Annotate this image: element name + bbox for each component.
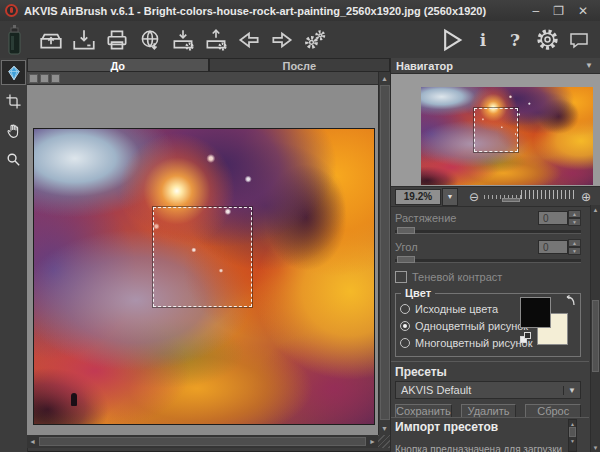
photo-before-view[interactable] [33,128,375,425]
maximize-button[interactable]: ❐ [553,4,564,18]
preferences-button[interactable] [532,25,562,55]
image-canvas[interactable] [27,85,378,435]
hints-scroll-thumb[interactable] [569,427,576,437]
undo-button[interactable] [234,25,264,55]
hints-scrollbar[interactable]: ▲ ▼ [568,419,577,452]
stretch-label: Растяжение [395,212,456,224]
title-bar[interactable]: AKVIS AirBrush v.6.1 - Bright-colors-hou… [0,0,600,22]
navigator-collapse-icon[interactable]: ▼ [585,61,600,70]
stretch-value-field[interactable]: 0 [538,211,568,225]
zoom-slider-thumb[interactable] [502,198,520,202]
silhouette-figure [71,393,77,406]
angle-label: Угол [395,241,418,253]
color-group: Цвет Исходные цвета Одноцветный рисунок … [395,293,581,357]
zoom-value-field[interactable]: 19.2% [395,189,441,205]
scroll-right-arrow[interactable]: ► [367,436,378,447]
help-button[interactable]: ? [500,25,530,55]
zoom-dropdown-arrow[interactable]: ▼ [442,188,458,206]
scroll-left-arrow[interactable]: ◄ [27,436,38,447]
zoom-slider[interactable] [484,191,576,202]
stretch-slider-thumb[interactable] [397,227,415,234]
swap-colors-icon[interactable] [564,295,576,307]
scroll-down-arrow[interactable]: ▼ [379,423,390,434]
zoom-in-button[interactable]: ⊕ [578,190,594,204]
navigator-header[interactable]: Навигатор ▼ [391,58,600,74]
shadow-contrast-checkbox[interactable] [395,271,407,283]
view-tabs: До После [27,58,390,72]
hints-body-text: Кнопка предназначена для загрузки на [395,444,575,452]
settings-scroll-thumb[interactable] [592,300,599,372]
batch-processing-button[interactable] [300,25,330,55]
angle-spinner[interactable]: ▲▼ [568,239,581,255]
slider-track [395,230,581,234]
default-colors-icon[interactable] [520,332,532,344]
settings-panel: Растяжение 0 ▲▼ Угол 0 ▲▼ Теневой контра… [391,206,589,361]
zoom-out-button[interactable]: ⊖ [466,190,482,204]
preset-dropdown[interactable]: AKVIS Default ▼ [395,381,581,399]
close-button[interactable]: ✕ [578,4,588,18]
color-option-label: Исходные цвета [415,303,498,315]
export-presets-file-button[interactable] [201,25,231,55]
canvas-vertical-scrollbar[interactable]: ▲ ▼ [378,72,390,435]
crop-tool[interactable] [1,89,26,114]
tab-before[interactable]: До [27,58,209,72]
radio-icon[interactable] [400,338,410,348]
canvas-horizontal-scrollbar[interactable]: ◄ ► [27,435,378,448]
horizontal-scroll-thumb[interactable] [39,437,366,446]
settings-scrollbar[interactable]: ▲ ▼ [590,205,600,452]
window-title: AKVIS AirBrush v.6.1 - Bright-colors-hou… [24,5,486,17]
redo-button[interactable] [267,25,297,55]
tab-after[interactable]: После [209,58,391,72]
color-option-original[interactable]: Исходные цвета [400,300,533,317]
run-processing-button[interactable] [436,25,466,55]
import-presets-file-button[interactable] [168,25,198,55]
color-group-label: Цвет [401,287,435,299]
angle-slider[interactable] [395,256,581,264]
stretch-slider[interactable] [395,227,581,235]
zoom-magnifier-tool[interactable] [1,147,26,172]
foreground-color-swatch[interactable] [520,297,551,328]
strip-handle[interactable] [40,74,49,83]
export-to-web-button[interactable] [135,25,165,55]
canvas-top-strip[interactable] [27,72,378,85]
zoom-controls: 19.2% ▼ ⊖ ⊕ [391,187,600,207]
angle-slider-thumb[interactable] [397,256,415,263]
preset-selected-value: AKVIS Default [396,384,563,396]
preset-dropdown-arrow[interactable]: ▼ [563,386,580,395]
shadow-contrast-label: Теневой контраст [412,271,502,283]
minimize-button[interactable]: – [532,4,539,18]
akvis-logo-icon [5,4,18,17]
tool-column [0,58,28,452]
angle-value-field[interactable]: 0 [538,240,568,254]
vertical-scroll-thumb[interactable] [380,85,390,420]
strip-handle[interactable] [29,74,38,83]
hints-scroll-down[interactable]: ▼ [569,437,576,444]
strip-handle[interactable] [51,74,60,83]
print-button[interactable] [102,25,132,55]
hints-scroll-up[interactable]: ▲ [569,420,576,427]
settings-scroll-down[interactable]: ▼ [591,443,600,452]
save-image-button[interactable] [69,25,99,55]
selection-marquee[interactable] [153,207,252,307]
info-button[interactable]: i [468,25,498,55]
resize-grip[interactable] [378,435,390,448]
color-option-multicolor[interactable]: Многоцветный рисунок [400,334,533,351]
navigator-thumbnail[interactable] [421,87,593,185]
airbrush-mode-tool[interactable] [1,60,26,85]
hand-pan-tool[interactable] [1,118,26,143]
zoom-slider-ticks [521,190,576,199]
stretch-spinner[interactable]: ▲▼ [568,210,581,226]
app-window: AKVIS AirBrush v.6.1 - Bright-colors-hou… [0,0,600,452]
radio-icon[interactable] [400,304,410,314]
feedback-button[interactable] [564,25,594,55]
scroll-up-arrow[interactable]: ▲ [379,73,390,84]
presets-title: Пресеты [395,365,589,379]
hints-panel: Импорт пресетов Кнопка предназначена для… [391,417,589,452]
navigator-view-frame[interactable] [474,108,518,152]
navigator-preview-area[interactable] [391,74,600,187]
open-image-button[interactable] [36,25,66,55]
slider-track [395,259,581,263]
settings-scroll-up[interactable]: ▲ [591,205,600,214]
radio-icon-selected[interactable] [400,321,410,331]
color-option-monochrome[interactable]: Одноцветный рисунок [400,317,533,334]
